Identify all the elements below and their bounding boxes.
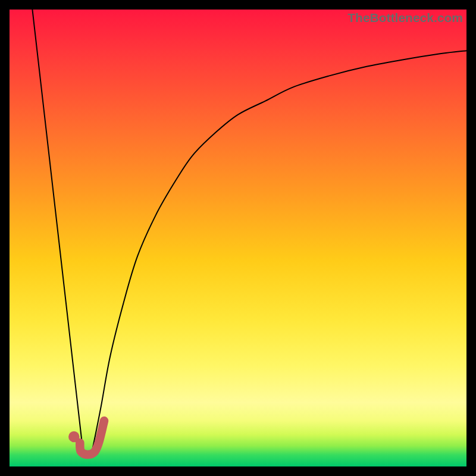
chart-svg (10, 10, 466, 466)
watermark-text: TheBottleneck.com (347, 11, 463, 25)
outer-frame: TheBottleneck.com (0, 0, 476, 476)
j-marker-dot (68, 431, 79, 442)
left-branch-line (32, 10, 82, 448)
right-branch-curve (92, 51, 466, 453)
j-marker-hook (80, 421, 104, 455)
plot-area: TheBottleneck.com (10, 10, 466, 466)
